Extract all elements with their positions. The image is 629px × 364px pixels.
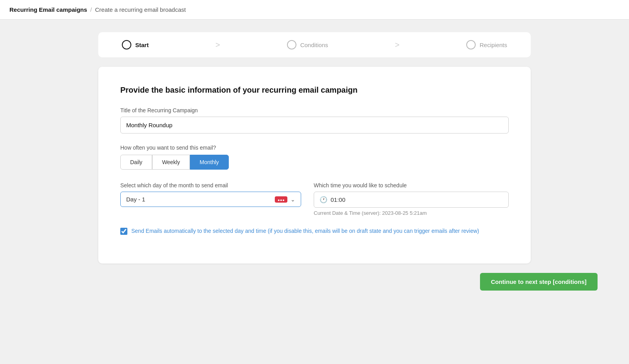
day-select-value: Day - 1 bbox=[126, 196, 272, 203]
campaign-title-input[interactable] bbox=[120, 117, 509, 134]
chevron-down-icon: ⌄ bbox=[291, 196, 295, 203]
stepper: Start > Conditions > Recipients bbox=[98, 32, 531, 57]
arrow-2: > bbox=[395, 40, 399, 49]
day-label: Select which day of the month to send em… bbox=[120, 182, 301, 188]
freq-weekly-button[interactable]: Weekly bbox=[152, 155, 190, 170]
top-bar: Recurring Email campaigns / Create a rec… bbox=[0, 0, 629, 20]
arrow-1: > bbox=[215, 40, 220, 49]
server-time-label: Current Date & Time (server): 2023-08-25… bbox=[314, 210, 509, 216]
step-conditions: Conditions bbox=[287, 40, 328, 49]
frequency-buttons: Daily Weekly Monthly bbox=[120, 155, 509, 170]
day-select-dropdown[interactable]: Day - 1 ⌄ bbox=[120, 192, 301, 207]
day-select-badge bbox=[275, 196, 287, 203]
step-recipients-label: Recipients bbox=[480, 42, 507, 48]
time-input-field[interactable]: 🕐 01:00 bbox=[314, 192, 509, 208]
breadcrumb-sep: / bbox=[90, 6, 92, 13]
breadcrumb-sub: Create a recurring email broadcast bbox=[95, 6, 186, 13]
step-start: Start bbox=[122, 40, 149, 49]
step-start-circle bbox=[122, 40, 131, 49]
step-start-label: Start bbox=[135, 42, 149, 48]
freq-monthly-button[interactable]: Monthly bbox=[190, 155, 229, 170]
auto-send-label: Send Emails automatically to the selecte… bbox=[131, 227, 479, 235]
time-label: Which time you would like to schedule bbox=[314, 182, 509, 188]
main-card: Provide the basic information of your re… bbox=[98, 67, 531, 263]
frequency-label: How often you want to send this email? bbox=[120, 145, 509, 151]
breadcrumb-main: Recurring Email campaigns bbox=[9, 6, 87, 13]
time-value: 01:00 bbox=[331, 196, 346, 203]
continue-button[interactable]: Continue to next step [conditions] bbox=[480, 273, 598, 291]
step-recipients: Recipients bbox=[466, 40, 507, 49]
step-recipients-circle bbox=[466, 40, 476, 49]
step-conditions-circle bbox=[287, 40, 296, 49]
footer-bar: Continue to next step [conditions] bbox=[16, 263, 613, 300]
auto-send-checkbox[interactable] bbox=[120, 228, 127, 235]
day-time-row: Select which day of the month to send em… bbox=[120, 182, 509, 216]
clock-icon: 🕐 bbox=[320, 196, 327, 203]
auto-send-row: Send Emails automatically to the selecte… bbox=[120, 227, 509, 235]
freq-daily-button[interactable]: Daily bbox=[120, 155, 152, 170]
form-heading: Provide the basic information of your re… bbox=[120, 86, 509, 95]
step-conditions-label: Conditions bbox=[300, 42, 328, 48]
title-label: Title of the Recurring Campaign bbox=[120, 107, 509, 113]
